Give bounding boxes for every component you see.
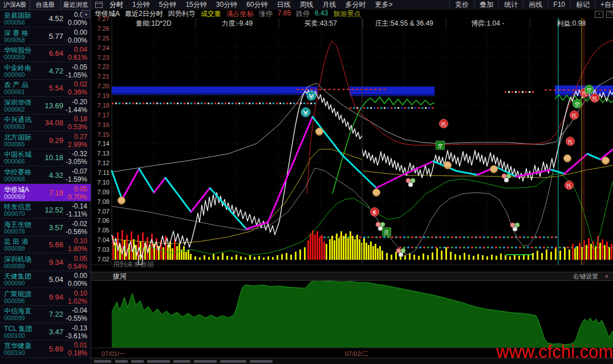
svg-text:托: 托 — [441, 121, 446, 127]
badge-tan-icon — [602, 157, 610, 165]
svg-text:托: 托 — [571, 113, 577, 118]
price-tick: 7.21 — [90, 73, 109, 80]
price-tick: 7.10 — [90, 179, 109, 186]
price-tick: 7.05 — [90, 227, 109, 234]
badge-tan-icon — [118, 197, 125, 205]
svg-text:托: 托 — [566, 183, 572, 189]
bottom-tab-cutoff[interactable] — [94, 360, 111, 363]
bottom-tab-cutoff[interactable] — [147, 360, 170, 363]
badge-chevron-icon — [301, 108, 310, 117]
badge-tan-icon — [444, 162, 452, 169]
badge-tan-icon — [316, 128, 323, 136]
future-data-note: 用到未来数据 — [113, 260, 154, 269]
price-tick: 7.19 — [90, 92, 109, 99]
date-label-2: 07/02/二 — [345, 350, 369, 358]
price-tick: 7.06 — [90, 217, 109, 224]
badge-空-icon: 空 — [585, 85, 594, 94]
bottom-tab-cutoff[interactable] — [173, 360, 190, 363]
badge-托-icon: 托 — [566, 137, 575, 146]
price-tick: 7.25 — [90, 35, 109, 42]
svg-text:托: 托 — [592, 96, 598, 101]
subchart-header: 拔河 右键设置 × — [91, 272, 613, 281]
price-tick: 7.15 — [90, 131, 109, 138]
badge-托-icon: 托 — [591, 94, 599, 103]
svg-text:托: 托 — [567, 139, 573, 145]
badge-tan-icon — [564, 155, 571, 162]
badge-托-icon: 托 — [565, 181, 574, 190]
badge-tan-icon — [373, 189, 380, 197]
svg-text:多: 多 — [372, 210, 377, 215]
badge-grapes-icon — [502, 174, 511, 182]
info-cell: 利益:0.98 — [530, 19, 613, 28]
price-tick: 7.27 — [90, 15, 109, 22]
price-tick: 7.23 — [90, 54, 109, 61]
close-icon[interactable]: × — [605, 272, 608, 280]
svg-text:空: 空 — [438, 143, 443, 149]
bottom-tab-cutoff[interactable] — [194, 360, 217, 363]
price-tick: 7.18 — [90, 102, 109, 109]
bottom-tab-cutoff[interactable] — [115, 360, 128, 363]
date-label-1: 07/01/一 — [102, 350, 125, 358]
bottom-tab-cutoff[interactable] — [250, 360, 273, 363]
badge-tan-icon — [490, 166, 498, 173]
svg-text:空: 空 — [587, 87, 592, 93]
badge-空-icon: 空 — [436, 141, 445, 150]
price-tick: 7.03 — [90, 246, 109, 253]
right-click-settings[interactable]: 右键设置 — [573, 272, 598, 280]
badge-grapes-icon — [510, 223, 519, 231]
bottom-tab-cutoff[interactable] — [131, 360, 144, 363]
badge-空-icon: 空 — [573, 100, 582, 108]
badge-grapes-icon — [396, 248, 405, 257]
price-tick: 7.09 — [90, 189, 109, 195]
subchart-title: 拔河 — [113, 272, 127, 280]
price-tick: 7.14 — [90, 140, 109, 147]
badge-托-icon: 托 — [570, 111, 579, 120]
price-tick: 7.17 — [90, 112, 109, 118]
price-tick: 7.22 — [90, 63, 109, 70]
badge-grapes-icon — [406, 178, 415, 187]
price-tick: 7.16 — [90, 121, 109, 128]
price-tick: 7.13 — [90, 150, 109, 157]
info-cell: 庄主:54.55 & 36.49 — [363, 19, 447, 28]
badge-多-icon: 多 — [371, 208, 379, 216]
price-tick: 7.08 — [90, 198, 109, 205]
price-tick: 7.02 — [90, 256, 109, 263]
price-tick: 7.26 — [90, 25, 109, 32]
price-tick: 7.20 — [90, 83, 109, 89]
svg-text:庄: 庄 — [384, 230, 389, 235]
info-cell: 买卖:43:57 — [279, 19, 363, 28]
site-watermark: www.cfchi.com — [496, 342, 613, 362]
price-tick: 7.12 — [90, 159, 109, 166]
price-tick: 7.24 — [90, 44, 109, 51]
svg-text:空: 空 — [575, 101, 580, 107]
price-tick: 7.07 — [90, 208, 109, 215]
info-cell: 力度:-9.49 — [196, 19, 280, 28]
price-tick: 7.04 — [90, 236, 109, 243]
badge-chevron-icon — [307, 91, 316, 100]
info-cell: 博弈:1.04 - — [446, 19, 530, 28]
price-tick: 7.11 — [90, 169, 109, 176]
badge-托-icon: 托 — [440, 120, 448, 128]
badge-庄-icon: 庄 — [383, 228, 391, 236]
bottom-tab-cutoff[interactable] — [220, 360, 246, 363]
info-cell: 量能:1D*2D — [112, 19, 196, 28]
